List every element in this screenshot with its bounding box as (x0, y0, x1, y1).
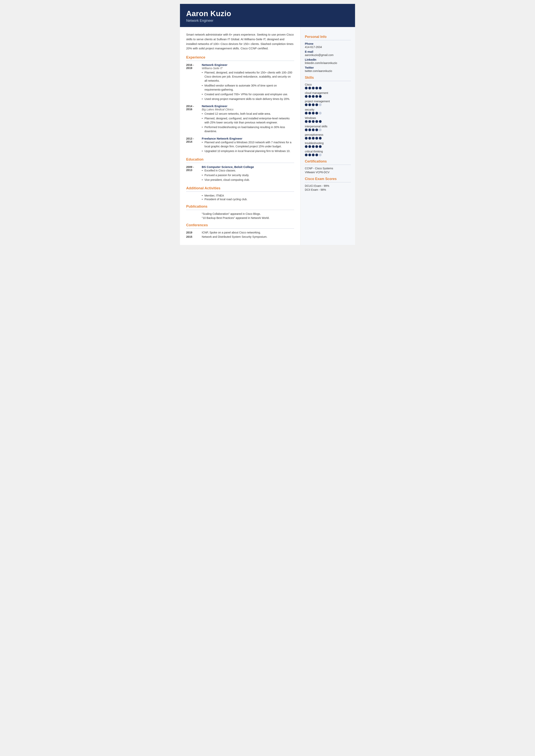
skill-name: cloud management (305, 91, 351, 94)
conferences-section-title: Conferences (186, 223, 294, 227)
skill-dot-filled (305, 103, 308, 106)
skill-dots (305, 145, 351, 148)
twitter-label: Twitter (305, 66, 351, 69)
conference-item: 2019ICNP, Spoke on a panel about Cisco n… (186, 231, 294, 234)
email-label: E-mail (305, 50, 351, 53)
list-item: President of local road cycling club. (202, 198, 294, 201)
skill-dot-filled (315, 112, 318, 115)
certifications-divider (305, 165, 351, 165)
skill-name: Windows (305, 117, 351, 120)
skill-dot-filled (319, 145, 322, 148)
skill-row: project management (305, 100, 351, 106)
exam-score-item: DCII Exam - 98% (305, 188, 351, 191)
skill-dot-filled (305, 120, 308, 123)
skill-dot-filled (319, 95, 322, 98)
publications-list: "Scaling Collaboration" appeared in Cisc… (202, 212, 294, 220)
publications-block: "Scaling Collaboration" appeared in Cisc… (202, 212, 294, 220)
skills-list: Ciscocloud managementproject managements… (305, 83, 351, 156)
exp-bullets: Planned, designed, and installed network… (202, 70, 294, 101)
skill-dot-filled (308, 128, 311, 131)
certifications-list: CCNP - Cisco SystemsVMware VCP6-DCV (305, 167, 351, 174)
list-item: Member, ITNEA (202, 194, 294, 197)
cert-item: CCNP - Cisco Systems (305, 167, 351, 170)
exam-score-item: DCUCI Exam - 99% (305, 184, 351, 187)
skill-dot-filled (308, 145, 311, 148)
candidate-title: Network Engineer (186, 19, 349, 23)
skill-row: Cisco (305, 83, 351, 90)
list-item: Created 12 secure networks, both local a… (202, 112, 294, 116)
skill-dot-filled (308, 120, 311, 123)
publications-section-title: Publications (186, 204, 294, 208)
skill-row: troubleshooting (305, 142, 351, 148)
skill-dot-empty (319, 103, 322, 106)
skill-row: Windows (305, 117, 351, 123)
edu-content: BS Computer Science, Beloit CollegeExcel… (202, 165, 254, 182)
exam-scores-divider (305, 182, 351, 182)
skill-dot-filled (315, 128, 318, 131)
skill-dot-filled (315, 87, 318, 90)
skill-dot-filled (315, 103, 318, 106)
skill-dot-filled (308, 137, 311, 140)
skill-row: security (305, 108, 351, 115)
skill-name: interpersonal skills (305, 125, 351, 128)
skill-dot-filled (308, 103, 311, 106)
skill-dot-filled (312, 145, 315, 148)
list-item: Vice president, cloud computing club. (202, 178, 254, 182)
conf-desc: ICNP, Spoke on a panel about Cisco netwo… (202, 231, 261, 234)
exam-scores-title: Cisco Exam Scores (305, 177, 351, 181)
skill-dot-filled (305, 137, 308, 140)
skill-dot-filled (305, 112, 308, 115)
sidebar: Personal Info Phone 414-617-2634 E-mail … (300, 27, 355, 245)
skill-dots (305, 153, 351, 156)
skill-dot-filled (315, 137, 318, 140)
list-item: Upgraded 10 employees in local financial… (202, 149, 294, 153)
conf-year: 2015 (186, 235, 202, 238)
exp-bullets: Created 12 secure networks, both local a… (202, 112, 294, 134)
email-value: aaronkuzio@gmail.com (305, 53, 351, 57)
exp-job-title: Freelance Network Engineer (202, 137, 294, 140)
skill-row: perceptiveness (305, 133, 351, 140)
edu-degree: BS Computer Science, Beloit College (202, 165, 254, 169)
education-item: 2009 - 2013BS Computer Science, Beloit C… (186, 165, 294, 182)
edu-bullets: Excelled in Cisco classes.Pursued a pass… (202, 169, 254, 182)
list-item: Excelled in Cisco classes. (202, 169, 254, 173)
skill-name: perceptiveness (305, 133, 351, 136)
skill-dot-filled (305, 128, 308, 131)
exp-company: Big Lakes Medical Clinics (202, 108, 294, 111)
publications-divider (186, 210, 294, 210)
activities-block: Member, ITNEAPresident of local road cyc… (202, 194, 294, 201)
experience-item: 2014 - 2016Network EngineerBig Lakes Med… (186, 104, 294, 134)
skill-dot-filled (319, 120, 322, 123)
pub-item: "10 Backup Best Practices" appeared in N… (202, 216, 294, 220)
skill-dot-filled (319, 87, 322, 90)
skill-name: security (305, 108, 351, 111)
exp-dates: 2013 - 2014 (186, 137, 202, 154)
twitter-value: twitter.com/aaronkuzio (305, 69, 351, 72)
list-item: Performed troubleshooting on load-balanc… (202, 125, 294, 133)
phone-label: Phone (305, 42, 351, 45)
certifications-title: Certifications (305, 159, 351, 164)
edu-dates: 2009 - 2013 (186, 165, 202, 182)
experience-list: 2016 - 2019Network EngineerWilliams-Seil… (186, 63, 294, 154)
list-item: Modified vendor software to automate 30%… (202, 84, 294, 92)
exp-job-title: Network Engineer (202, 104, 294, 108)
skill-dot-empty (319, 128, 322, 131)
body: Smart network administrator with 6+ year… (180, 27, 355, 245)
skill-dot-filled (312, 153, 315, 156)
activity-list: Member, ITNEAPresident of local road cyc… (202, 194, 294, 201)
skill-dots (305, 137, 351, 140)
skill-dots (305, 112, 351, 115)
exp-content: Network EngineerBig Lakes Medical Clinic… (202, 104, 294, 134)
exp-bullets: Planned and configured a Windows 2010 ne… (202, 140, 294, 153)
skill-dot-filled (305, 87, 308, 90)
activities-section-title: Additional Activities (186, 186, 294, 190)
conf-year: 2019 (186, 231, 202, 234)
skill-dots (305, 128, 351, 131)
skill-dots (305, 95, 351, 98)
personal-info-title: Personal Info (305, 35, 351, 39)
header: Aaron Kuzio Network Engineer (180, 4, 355, 27)
skill-dot-filled (305, 145, 308, 148)
education-divider (186, 163, 294, 163)
conferences-list: 2019ICNP, Spoke on a panel about Cisco n… (186, 231, 294, 238)
skill-dot-filled (312, 120, 315, 123)
